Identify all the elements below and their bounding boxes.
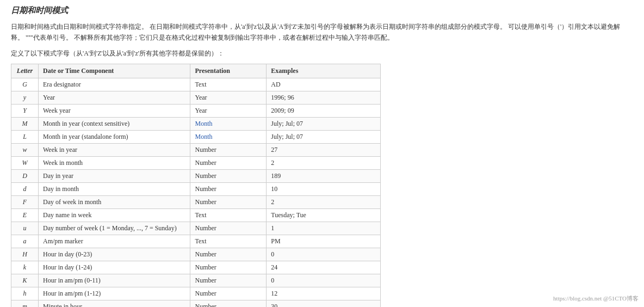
cell-presentation: Number [190, 156, 267, 169]
table-row: aAm/pm markerTextPM [11, 235, 381, 248]
watermark-text: https://blog.csdn.net @51CTO博客 [553, 294, 639, 303]
table-row: yYearYear1996; 96 [11, 91, 381, 104]
cell-examples: 2 [267, 195, 381, 208]
cell-examples: 2009; 09 [267, 104, 381, 117]
cell-examples: 12 [267, 287, 381, 300]
table-row: EDay name in weekTextTuesday; Tue [11, 208, 381, 222]
cell-examples: 2 [267, 156, 381, 169]
cell-presentation: Text [190, 235, 267, 248]
cell-examples: 0 [267, 248, 381, 261]
cell-letter: d [11, 182, 39, 195]
cell-presentation: Month [190, 117, 267, 130]
cell-component: Hour in day (1-24) [38, 261, 190, 274]
cell-component: Am/pm marker [38, 235, 190, 248]
cell-component: Hour in am/pm (0-11) [38, 274, 190, 287]
cell-presentation: Number [190, 169, 267, 182]
cell-presentation: Text [190, 208, 267, 222]
cell-component: Year [38, 91, 190, 104]
table-row: GEra designatorTextAD [11, 78, 381, 91]
table-row: LMonth in year (standalone form)MonthJul… [11, 130, 381, 143]
cell-examples: 24 [267, 261, 381, 274]
cell-letter: Y [11, 104, 39, 117]
cell-presentation: Number [190, 287, 267, 300]
cell-examples: 189 [267, 169, 381, 182]
cell-presentation: Number [190, 261, 267, 274]
cell-presentation: Year [190, 104, 267, 117]
cell-examples: July; Jul; 07 [267, 117, 381, 130]
table-row: wWeek in yearNumber27 [11, 143, 381, 156]
cell-component: Week in month [38, 156, 190, 169]
cell-presentation: Number [190, 222, 267, 235]
table-row: FDay of week in monthNumber2 [11, 195, 381, 208]
cell-component: Week year [38, 104, 190, 117]
cell-letter: L [11, 130, 39, 143]
table-row: WWeek in monthNumber2 [11, 156, 381, 169]
table-row: mMinute in hourNumber30 [11, 300, 381, 307]
cell-presentation: Number [190, 248, 267, 261]
cell-presentation: Number [190, 274, 267, 287]
cell-component: Hour in am/pm (1-12) [38, 287, 190, 300]
cell-presentation: Month [190, 130, 267, 143]
cell-component: Hour in day (0-23) [38, 248, 190, 261]
cell-presentation: Text [190, 78, 267, 91]
cell-examples: PM [267, 235, 381, 248]
cell-component: Day number of week (1 = Monday, ..., 7 =… [38, 222, 190, 235]
table-row: DDay in yearNumber189 [11, 169, 381, 182]
cell-examples: 30 [267, 300, 381, 307]
description-text: 日期和时间格式由日期和时间模式字符串指定。 在日期和时间模式字符串中，从'a'到… [11, 21, 633, 44]
cell-examples: 1996; 96 [267, 91, 381, 104]
cell-letter: M [11, 117, 39, 130]
cell-letter: D [11, 169, 39, 182]
page-title: 日期和时间模式 [11, 5, 633, 16]
cell-component: Era designator [38, 78, 190, 91]
cell-examples: 1 [267, 222, 381, 235]
cell-letter: F [11, 195, 39, 208]
cell-examples: Tuesday; Tue [267, 208, 381, 222]
table-row: KHour in am/pm (0-11)Number0 [11, 274, 381, 287]
cell-component: Day of week in month [38, 195, 190, 208]
header-component: Date or Time Component [38, 64, 190, 78]
cell-letter: W [11, 156, 39, 169]
table-row: YWeek yearYear2009; 09 [11, 104, 381, 117]
cell-presentation: Number [190, 195, 267, 208]
header-presentation: Presentation [190, 64, 267, 78]
table-row: HHour in day (0-23)Number0 [11, 248, 381, 261]
cell-letter: K [11, 274, 39, 287]
cell-component: Day in month [38, 182, 190, 195]
cell-letter: E [11, 208, 39, 222]
cell-component: Day in year [38, 169, 190, 182]
header-letter: Letter [11, 64, 39, 78]
cell-letter: H [11, 248, 39, 261]
cell-letter: m [11, 300, 39, 307]
cell-examples: July; Jul; 07 [267, 130, 381, 143]
table-row: uDay number of week (1 = Monday, ..., 7 … [11, 222, 381, 235]
table-row: hHour in am/pm (1-12)Number12 [11, 287, 381, 300]
cell-letter: a [11, 235, 39, 248]
cell-examples: AD [267, 78, 381, 91]
definition-text: 定义了以下模式字母（从'A'到'Z'以及从'a'到'z'所有其他字符都是保留的）… [11, 49, 633, 58]
cell-examples: 27 [267, 143, 381, 156]
cell-letter: h [11, 287, 39, 300]
cell-component: Month in year (context sensitive) [38, 117, 190, 130]
cell-examples: 10 [267, 182, 381, 195]
cell-presentation: Number [190, 300, 267, 307]
table-row: MMonth in year (context sensitive)MonthJ… [11, 117, 381, 130]
header-examples: Examples [267, 64, 381, 78]
datetime-pattern-table: Letter Date or Time Component Presentati… [11, 64, 381, 307]
cell-component: Day name in week [38, 208, 190, 222]
cell-letter: G [11, 78, 39, 91]
cell-presentation: Number [190, 182, 267, 195]
cell-component: Week in year [38, 143, 190, 156]
cell-letter: u [11, 222, 39, 235]
cell-examples: 0 [267, 274, 381, 287]
cell-component: Month in year (standalone form) [38, 130, 190, 143]
cell-presentation: Number [190, 143, 267, 156]
table-row: dDay in monthNumber10 [11, 182, 381, 195]
cell-letter: y [11, 91, 39, 104]
cell-letter: w [11, 143, 39, 156]
cell-component: Minute in hour [38, 300, 190, 307]
cell-letter: k [11, 261, 39, 274]
cell-presentation: Year [190, 91, 267, 104]
table-row: kHour in day (1-24)Number24 [11, 261, 381, 274]
